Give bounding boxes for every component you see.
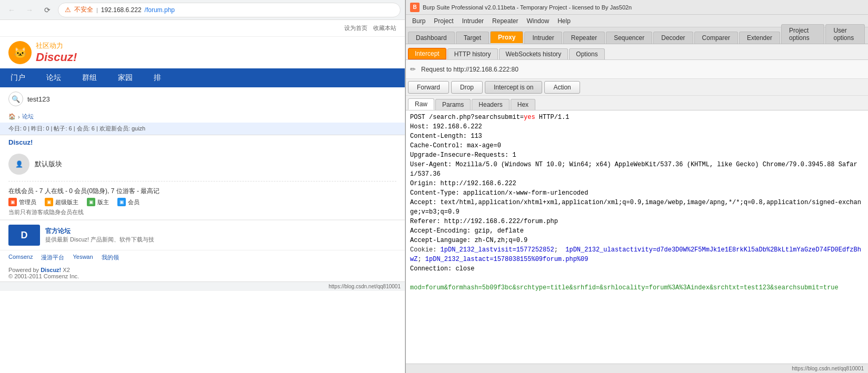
- tab-intruder[interactable]: Intruder: [524, 32, 562, 44]
- mod-icon: ▣: [87, 198, 95, 206]
- burp-status-bar: https://blog.csdn.net/qq810001: [406, 364, 868, 373]
- subtab-options[interactable]: Options: [569, 48, 604, 59]
- subtab-intercept[interactable]: Intercept: [408, 48, 446, 59]
- forward-button[interactable]: Forward: [408, 81, 449, 94]
- nav-item-home[interactable]: 家园: [107, 68, 143, 87]
- request-line-14: [410, 274, 864, 283]
- site-header-links: 设为首页 收藏本站: [340, 24, 396, 32]
- cookie-value-1: 1pDN_2132_lastvisit=1577252852: [441, 246, 554, 254]
- logo-area: 🐱 社区动力 Discuz!: [0, 37, 405, 68]
- browser-panel: ← → ⟳ ⚠ 不安全 | 192.168.6.222 /forum.php 设…: [0, 0, 405, 373]
- request-body: POST /search.php?searchsubmit=yes HTTP/1…: [406, 110, 868, 364]
- intercept-toolbar: ✏ Request to http://192.168.6.222:80: [406, 60, 868, 79]
- tab-target[interactable]: Target: [456, 32, 489, 44]
- nav-bar: 门户 论坛 群组 家园 排: [0, 68, 405, 87]
- reqtab-headers[interactable]: Headers: [472, 99, 509, 110]
- powered-brand[interactable]: Discuz!: [41, 267, 61, 273]
- tab-dashboard[interactable]: Dashboard: [408, 32, 455, 44]
- reqtab-hex[interactable]: Hex: [511, 99, 535, 110]
- menu-repeater[interactable]: Repeater: [488, 15, 522, 27]
- burp-logo: B: [410, 3, 420, 12]
- request-line-15: mod=forum&formhash=5b09f3bc&srchtype=tit…: [410, 283, 864, 293]
- tab-extender[interactable]: Extender: [739, 32, 780, 44]
- footer-link-yeswan[interactable]: Yeswan: [73, 254, 93, 261]
- role-admin: ▣ 管理员: [8, 198, 36, 206]
- role-super: ▣ 超级版主: [45, 198, 78, 206]
- forum-name[interactable]: 官方论坛: [45, 227, 154, 236]
- request-line-12: Cookie: 1pDN_2132_lastvisit=1577252852; …: [410, 245, 864, 264]
- mod-label: 版主: [97, 198, 109, 206]
- logo-brand-main: Discuz: [36, 51, 73, 64]
- drop-button[interactable]: Drop: [451, 81, 483, 94]
- nav-item-forum[interactable]: 论坛: [36, 68, 72, 87]
- tab-sequencer[interactable]: Sequencer: [606, 32, 652, 44]
- address-bar[interactable]: ⚠ 不安全 | 192.168.6.222 /forum.php: [58, 3, 401, 17]
- request-line-10: Accept-Encoding: gzip, deflate: [410, 226, 864, 236]
- nav-item-portal[interactable]: 门户: [0, 68, 36, 87]
- tab-proxy[interactable]: Proxy: [490, 31, 523, 44]
- intercept-toggle-button[interactable]: Intercept is on: [485, 81, 542, 94]
- pencil-icon: ✏: [410, 65, 416, 73]
- search-area: 🔍 test123: [0, 87, 405, 110]
- menu-window[interactable]: Window: [522, 15, 553, 27]
- burp-title-bar: B Burp Suite Professional v2.0.11beta - …: [406, 0, 868, 15]
- set-homepage-link[interactable]: 设为首页: [344, 25, 367, 31]
- powered-by: Powered by Discuz! X2 © 2001-2011 Comsen…: [0, 265, 405, 281]
- forward-button[interactable]: →: [22, 3, 37, 17]
- forum-desc: 提供最新 Discuz! 产品新闻、软件下载与技: [45, 236, 154, 244]
- offline-notice: 当前只有游客或隐身会员在线: [8, 208, 396, 216]
- request-line-2: Content-Length: 113: [410, 132, 864, 141]
- request-line-7: Content-Type: application/x-www-form-url…: [410, 188, 864, 198]
- action-toolbar: Forward Drop Intercept is on Action: [406, 79, 868, 96]
- logo-brand: Discuz!: [36, 51, 77, 64]
- search-value: test123: [27, 95, 50, 103]
- request-line-9: Referer: http://192.168.6.222/forum.php: [410, 217, 864, 226]
- role-member: ▣ 会员: [117, 198, 139, 206]
- reload-button[interactable]: ⟳: [40, 3, 55, 17]
- tab-comparer[interactable]: Comparer: [694, 32, 738, 44]
- powered-version: X2: [63, 267, 69, 273]
- default-version-label: 默认版块: [35, 159, 62, 169]
- address-separator: |: [96, 7, 98, 13]
- breadcrumb-forum-link[interactable]: 论坛: [22, 113, 34, 120]
- bookmark-link[interactable]: 收藏本站: [373, 25, 396, 31]
- menu-help[interactable]: Help: [553, 15, 575, 27]
- subtab-http-history[interactable]: HTTP history: [447, 48, 498, 59]
- browser-toolbar: ← → ⟳ ⚠ 不安全 | 192.168.6.222 /forum.php: [0, 0, 405, 20]
- footer-link-comsenz[interactable]: Comsenz: [8, 254, 33, 261]
- menu-project[interactable]: Project: [430, 15, 457, 27]
- default-version-area: 👤 默认版块: [0, 149, 405, 179]
- status-url: https://blog.csdn.net/qq810001: [328, 284, 401, 289]
- request-line-5: User-Agent: Mozilla/5.0 (Windows NT 10.0…: [410, 160, 864, 179]
- menu-intruder[interactable]: Intruder: [458, 15, 488, 27]
- website-content: 设为首页 收藏本站 🐱 社区动力 Discuz! 门户 论坛 群组 家园 排 🔍: [0, 20, 405, 373]
- action-button[interactable]: Action: [544, 81, 580, 94]
- subtab-websockets[interactable]: WebSockets history: [499, 48, 568, 59]
- reqtab-raw[interactable]: Raw: [408, 98, 434, 110]
- footer-link-my[interactable]: 我的领: [102, 254, 119, 261]
- logo-chinese: 社区动力: [36, 41, 77, 51]
- request-line-4: Upgrade-Insecure-Requests: 1: [410, 150, 864, 160]
- request-url-label: Request to http://192.168.6.222:80: [421, 66, 518, 73]
- nav-item-groups[interactable]: 群组: [72, 68, 107, 87]
- tab-project-options[interactable]: Project options: [781, 24, 824, 44]
- reqtab-params[interactable]: Params: [435, 99, 471, 110]
- tab-repeater[interactable]: Repeater: [563, 32, 605, 44]
- copyright: © 2001-2011 Comsenz Inc.: [8, 273, 79, 279]
- tab-decoder[interactable]: Decoder: [653, 32, 693, 44]
- member-label: 会员: [128, 198, 139, 206]
- super-label: 超级版主: [55, 198, 78, 206]
- menu-burp[interactable]: Burp: [408, 15, 430, 27]
- url-base: 192.168.6.222: [101, 6, 142, 14]
- breadcrumb-home-icon[interactable]: 🏠: [8, 113, 16, 120]
- tab-user-options[interactable]: User options: [825, 24, 865, 44]
- cookie-value-3: 1pDN_2132_lastact=1578038155%09forum.php…: [425, 256, 588, 263]
- footer-link-manyou[interactable]: 漫游平台: [41, 254, 64, 261]
- back-button[interactable]: ←: [4, 3, 19, 17]
- role-mod: ▣ 版主: [87, 198, 109, 206]
- burp-status-url: https://blog.csdn.net/qq810001: [792, 366, 864, 371]
- request-view-tabs: Raw Params Headers Hex: [406, 96, 868, 110]
- admin-label: 管理员: [19, 198, 36, 206]
- divider: [8, 181, 396, 182]
- nav-item-rank[interactable]: 排: [143, 68, 172, 87]
